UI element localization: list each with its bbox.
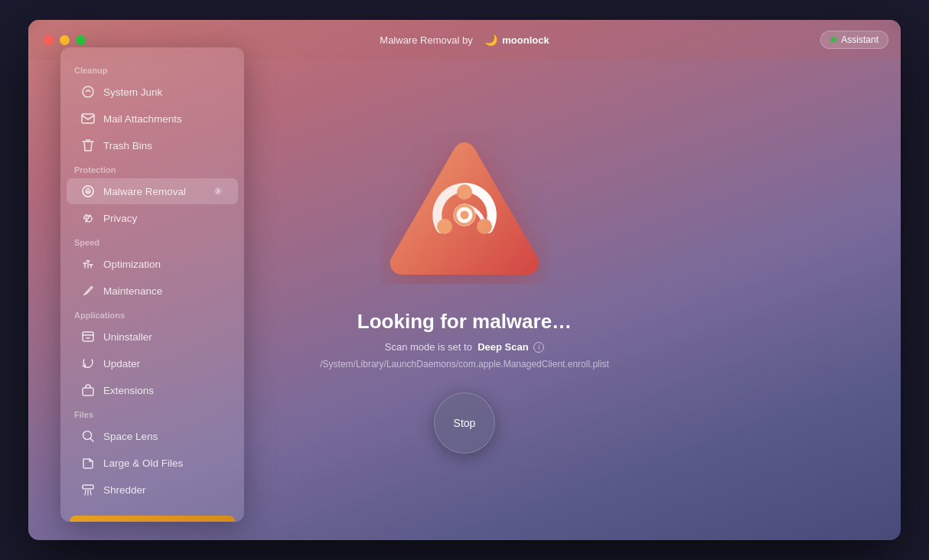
sidebar: Cleanup System Junk Mail Attachments bbox=[60, 47, 244, 522]
malware-removal-icon bbox=[80, 184, 96, 199]
section-applications-label: Applications bbox=[60, 304, 244, 323]
malware-removal-label: Malware Removal bbox=[103, 186, 204, 197]
window-title: Malware Removal by 🌙 moonlock bbox=[380, 34, 549, 46]
space-lens-icon bbox=[80, 428, 96, 444]
updater-label: Updater bbox=[103, 358, 224, 370]
mail-attachments-label: Mail Attachments bbox=[103, 113, 224, 125]
shredder-icon bbox=[80, 482, 96, 497]
unlock-full-version-button[interactable]: Unlock Full Version bbox=[70, 516, 235, 522]
section-speed-label: Speed bbox=[60, 232, 244, 250]
fullscreen-button[interactable] bbox=[76, 35, 86, 45]
sidebar-item-optimization[interactable]: Optimization bbox=[67, 251, 238, 277]
sidebar-item-system-junk[interactable]: System Junk bbox=[67, 79, 238, 105]
svg-point-4 bbox=[214, 187, 222, 195]
large-old-files-label: Large & Old Files bbox=[103, 457, 224, 469]
trash-bins-label: Trash Bins bbox=[103, 140, 224, 151]
system-junk-label: System Junk bbox=[103, 86, 224, 98]
optimization-label: Optimization bbox=[103, 259, 224, 270]
biohazard-container bbox=[380, 131, 549, 287]
large-old-files-icon bbox=[80, 455, 96, 470]
info-icon[interactable]: i bbox=[533, 342, 544, 353]
scan-mode-prefix: Scan mode is set to bbox=[385, 341, 472, 353]
sidebar-item-updater[interactable]: Updater bbox=[67, 350, 238, 376]
scan-path: /System/Library/LaunchDaemons/com.apple.… bbox=[320, 359, 609, 370]
extensions-icon bbox=[80, 383, 96, 398]
uninstaller-label: Uninstaller bbox=[103, 331, 224, 343]
space-lens-label: Space Lens bbox=[103, 431, 224, 442]
malware-removal-chevron bbox=[212, 185, 224, 197]
svg-point-12 bbox=[83, 294, 85, 295]
system-junk-icon bbox=[80, 84, 96, 99]
svg-rect-15 bbox=[83, 388, 93, 396]
brand-icon: 🌙 bbox=[484, 34, 497, 46]
section-cleanup-label: Cleanup bbox=[60, 60, 244, 78]
assistant-status-dot bbox=[830, 37, 836, 43]
assistant-label: Assistant bbox=[841, 34, 878, 45]
brand-name: moonlock bbox=[502, 34, 549, 46]
biohazard-icon bbox=[380, 131, 549, 284]
section-files-label: Files bbox=[60, 404, 244, 422]
updater-icon bbox=[80, 356, 96, 371]
svg-line-19 bbox=[85, 490, 86, 495]
extensions-label: Extensions bbox=[103, 385, 224, 396]
assistant-button[interactable]: Assistant bbox=[820, 31, 888, 49]
sidebar-item-mail-attachments[interactable]: Mail Attachments bbox=[67, 106, 238, 132]
svg-line-21 bbox=[90, 490, 91, 495]
maintenance-icon bbox=[80, 283, 96, 298]
svg-point-25 bbox=[437, 219, 452, 234]
scan-mode-line: Scan mode is set to Deep Scan i bbox=[385, 341, 545, 353]
svg-rect-1 bbox=[82, 114, 94, 123]
svg-point-24 bbox=[477, 219, 492, 234]
sidebar-item-uninstaller[interactable]: Uninstaller bbox=[67, 324, 238, 350]
sidebar-item-space-lens[interactable]: Space Lens bbox=[67, 423, 238, 449]
close-button[interactable] bbox=[44, 35, 54, 45]
sidebar-item-privacy[interactable]: Privacy bbox=[67, 205, 238, 231]
stop-button[interactable]: Stop bbox=[434, 392, 495, 454]
minimize-button[interactable] bbox=[60, 35, 70, 45]
sidebar-item-maintenance[interactable]: Maintenance bbox=[67, 278, 238, 304]
sidebar-item-large-old-files[interactable]: Large & Old Files bbox=[67, 450, 238, 476]
optimization-icon bbox=[80, 256, 96, 272]
svg-point-16 bbox=[83, 431, 92, 440]
shredder-label: Shredder bbox=[103, 484, 224, 496]
traffic-lights bbox=[44, 35, 86, 45]
sidebar-item-malware-removal[interactable]: Malware Removal bbox=[67, 178, 238, 204]
mail-attachments-icon bbox=[80, 111, 96, 126]
svg-line-17 bbox=[91, 439, 94, 442]
scan-status-title: Looking for malware… bbox=[357, 310, 572, 334]
privacy-icon bbox=[80, 210, 96, 226]
sidebar-item-trash-bins[interactable]: Trash Bins bbox=[67, 132, 238, 158]
svg-point-3 bbox=[87, 190, 90, 193]
trash-bins-icon bbox=[80, 138, 96, 153]
app-window: Malware Removal by 🌙 moonlock Assistant … bbox=[28, 20, 901, 540]
privacy-label: Privacy bbox=[103, 213, 224, 224]
svg-point-0 bbox=[83, 86, 93, 97]
title-text: Malware Removal by bbox=[380, 34, 472, 46]
sidebar-item-extensions[interactable]: Extensions bbox=[67, 377, 238, 403]
svg-rect-18 bbox=[83, 485, 93, 489]
uninstaller-icon bbox=[80, 329, 96, 344]
scan-mode-value: Deep Scan bbox=[478, 341, 528, 353]
maintenance-label: Maintenance bbox=[103, 285, 224, 297]
svg-rect-13 bbox=[83, 332, 93, 341]
section-protection-label: Protection bbox=[60, 159, 244, 177]
svg-point-23 bbox=[457, 184, 472, 200]
sidebar-item-shredder[interactable]: Shredder bbox=[67, 477, 238, 503]
